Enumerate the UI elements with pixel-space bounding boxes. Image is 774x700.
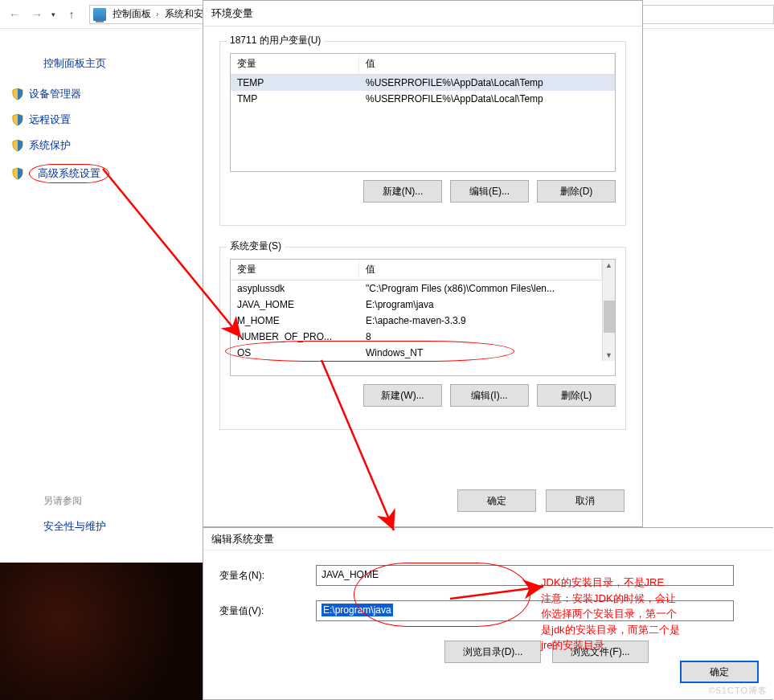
table-row[interactable]: TMP %USERPROFILE%\AppData\Local\Temp: [231, 91, 615, 107]
table-row[interactable]: OS Windows_NT: [231, 345, 602, 361]
col-header-variable[interactable]: 变量: [231, 54, 359, 74]
edit-ok-button[interactable]: 确定: [680, 661, 759, 683]
var-value: %USERPROFILE%\AppData\Local\Temp: [359, 91, 615, 107]
var-value-label: 变量值(V):: [219, 604, 316, 618]
var-name-input-value: JAVA_HOME: [321, 569, 379, 580]
delete-user-var-button[interactable]: 删除(D): [537, 180, 616, 203]
new-sys-var-button[interactable]: 新建(W)...: [363, 384, 442, 407]
see-also-header: 另请参阅: [43, 494, 106, 508]
sidebar-item-device-manager[interactable]: 设备管理器: [29, 87, 81, 101]
var-name: TMP: [231, 91, 359, 107]
watermark: ©51CTO博客: [709, 685, 768, 697]
crumb-control-panel[interactable]: 控制面板: [113, 7, 151, 21]
nav-forward-icon[interactable]: →: [29, 6, 45, 23]
var-value-input-value: E:\program\java: [321, 604, 393, 616]
user-vars-legend: 18711 的用户变量(U): [227, 34, 324, 47]
table-row[interactable]: NUMBER_OF_PRO... 8: [231, 329, 602, 345]
var-value: "C:\Program Files (x86)\Common Files\len…: [359, 280, 602, 297]
browse-dir-button[interactable]: 浏览目录(D)...: [444, 641, 541, 663]
var-name: asyplussdk: [231, 280, 359, 297]
col-header-variable[interactable]: 变量: [231, 260, 359, 280]
dialog-title: 环境变量: [203, 1, 642, 27]
sidebar-item-advanced[interactable]: 高级系统设置: [29, 164, 109, 183]
sys-vars-legend: 系统变量(S): [227, 239, 285, 253]
shield-icon: [11, 88, 24, 100]
computer-icon: [93, 8, 106, 21]
col-header-value[interactable]: 值: [359, 260, 602, 280]
var-name: M_HOME: [231, 313, 359, 329]
new-user-var-button[interactable]: 新建(N)...: [363, 180, 442, 203]
annotation-line: 注意：安装JDK的时候，会让: [541, 591, 766, 607]
user-vars-list[interactable]: 变量 值 TEMP %USERPROFILE%\AppData\Local\Te…: [230, 53, 616, 172]
cancel-button[interactable]: 取消: [546, 489, 625, 512]
var-value: Windows_NT: [359, 345, 602, 361]
var-name: OS: [231, 345, 359, 361]
col-header-value[interactable]: 值: [359, 54, 615, 74]
chevron-right-icon: ›: [156, 10, 158, 18]
sidebar-item-protection[interactable]: 系统保护: [29, 138, 71, 153]
delete-sys-var-button[interactable]: 删除(L): [537, 384, 616, 407]
var-name: NUMBER_OF_PRO...: [231, 329, 359, 345]
edit-sys-var-button[interactable]: 编辑(I)...: [450, 384, 529, 407]
scroll-up-icon[interactable]: ▲: [605, 260, 612, 271]
sidebar-item-remote[interactable]: 远程设置: [29, 113, 71, 127]
nav-history-dropdown-icon[interactable]: ▾: [51, 10, 55, 18]
annotation-line: 是jdk的安装目录，而第二个是: [541, 622, 766, 638]
annotation-line: 你选择两个安装目录，第一个: [541, 606, 766, 622]
sys-vars-list[interactable]: 变量 值 asyplussdk "C:\Program Files (x86)\…: [230, 259, 616, 376]
env-vars-dialog: 环境变量 18711 的用户变量(U) 变量 值 TEMP %USERPROFI…: [203, 0, 643, 527]
shield-icon: [11, 113, 24, 126]
annotation-line: jre的安装目录: [541, 637, 766, 653]
var-name: JAVA_HOME: [231, 297, 359, 313]
var-value: %USERPROFILE%\AppData\Local\Temp: [359, 75, 615, 91]
table-row[interactable]: JAVA_HOME E:\program\java: [231, 297, 602, 313]
see-also-link[interactable]: 安全性与维护: [43, 519, 106, 534]
var-value: E:\program\java: [359, 297, 602, 313]
nav-up-icon[interactable]: ↑: [62, 5, 81, 24]
table-row[interactable]: TEMP %USERPROFILE%\AppData\Local\Temp: [231, 75, 615, 91]
annotation-line: JDK的安装目录，不是JRE: [541, 575, 766, 591]
shield-icon: [11, 139, 24, 152]
sidebar-home-link[interactable]: 控制面板主页: [43, 56, 188, 71]
user-vars-group: 18711 的用户变量(U) 变量 值 TEMP %USERPROFILE%\A…: [219, 41, 626, 226]
annotation-text: JDK的安装目录，不是JRE 注意：安装JDK的时候，会让 你选择两个安装目录，…: [541, 575, 766, 653]
table-row[interactable]: asyplussdk "C:\Program Files (x86)\Commo…: [231, 280, 602, 297]
edit-user-var-button[interactable]: 编辑(E)...: [450, 180, 529, 203]
sidebar: 控制面板主页 设备管理器 远程设置 系统保护 高级系统设置: [11, 40, 188, 194]
var-name-label: 变量名(N):: [219, 569, 316, 583]
var-value: E:\apache-maven-3.3.9: [359, 313, 602, 329]
sys-vars-group: 系统变量(S) 变量 值 asyplussdk "C:\Program File…: [219, 247, 626, 430]
var-value: 8: [359, 329, 602, 345]
shield-icon: [11, 167, 24, 180]
nav-back-icon[interactable]: ←: [6, 6, 23, 23]
table-row[interactable]: M_HOME E:\apache-maven-3.3.9: [231, 313, 602, 329]
scroll-thumb[interactable]: [604, 301, 615, 333]
var-name: TEMP: [231, 75, 359, 91]
ok-button[interactable]: 确定: [457, 489, 536, 512]
scroll-down-icon[interactable]: ▼: [605, 350, 612, 361]
edit-dialog-title: 编辑系统变量: [203, 528, 773, 551]
see-also: 另请参阅 安全性与维护: [43, 494, 106, 534]
scrollbar[interactable]: ▲ ▼: [602, 260, 615, 361]
desktop-background: [0, 563, 203, 700]
